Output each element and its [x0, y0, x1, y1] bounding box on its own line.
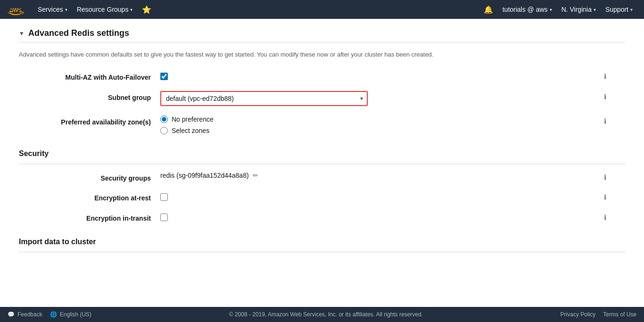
advanced-section-header: ▼ Advanced Redis settings [19, 28, 625, 38]
preferred-az-row: Preferred availability zone(s) No prefer… [19, 116, 625, 134]
multi-az-label: Multi-AZ with Auto-Failover [38, 71, 160, 81]
subnet-group-control: default (vpc-ed72db88) ▾ ℹ [160, 91, 606, 106]
nav-left: Services ▾ Resource Groups ▾ ⭐ [8, 3, 155, 16]
encryption-at-rest-control: ℹ [160, 191, 606, 202]
footer-copyright: © 2008 - 2019, Amazon Web Services, Inc.… [229, 311, 423, 318]
footer-left: 💬 Feedback 🌐 English (US) [8, 311, 91, 318]
multi-az-checkbox[interactable] [160, 73, 168, 80]
user-label: tutorials @ aws [503, 6, 548, 13]
top-navigation: Services ▾ Resource Groups ▾ ⭐ 🔔 tutoria… [0, 0, 644, 19]
feedback-label: Feedback [17, 311, 42, 318]
nav-right: 🔔 tutorials @ aws ▾ N. Virginia ▾ Suppor… [480, 3, 636, 16]
encryption-at-rest-row: Encryption at-rest ℹ [19, 191, 625, 202]
subnet-group-select[interactable]: default (vpc-ed72db88) [160, 91, 368, 106]
support-menu[interactable]: Support ▾ [602, 4, 636, 15]
import-section: Import data to cluster [19, 238, 625, 252]
resource-groups-nav[interactable]: Resource Groups ▾ [73, 4, 137, 15]
region-menu[interactable]: N. Virginia ▾ [558, 4, 600, 15]
advanced-section-description: Advanced settings have common defaults s… [19, 50, 625, 59]
multi-az-inner [160, 71, 598, 82]
bell-icon[interactable]: 🔔 [480, 3, 497, 16]
encryption-in-transit-row: Encryption in-transit ℹ [19, 212, 625, 223]
services-label: Services [38, 6, 63, 13]
radio-no-preference-label: No preference [172, 116, 214, 123]
user-menu[interactable]: tutorials @ aws ▾ [499, 4, 556, 15]
preferred-az-inner: No preference Select zones [160, 116, 598, 134]
subnet-group-label: Subnet group [38, 91, 160, 101]
advanced-section-title: Advanced Redis settings [28, 28, 129, 38]
support-label: Support [605, 6, 628, 13]
encryption-at-rest-label: Encryption at-rest [38, 191, 160, 202]
security-groups-info-icon[interactable]: ℹ [604, 172, 606, 181]
feedback-chat-icon: 💬 [8, 311, 15, 318]
encryption-at-rest-checkbox[interactable] [160, 193, 168, 201]
security-groups-inner: redis (sg-09f9faa152d44a8a8) ✏ [160, 172, 598, 179]
services-chevron: ▾ [65, 7, 67, 12]
main-content: ▼ Advanced Redis settings Advanced setti… [0, 19, 644, 307]
page-footer: 💬 Feedback 🌐 English (US) © 2008 - 2019,… [0, 307, 644, 322]
edit-icon[interactable]: ✏ [253, 172, 258, 179]
subnet-group-select-wrapper: default (vpc-ed72db88) ▾ [160, 91, 368, 106]
multi-az-info-icon[interactable]: ℹ [604, 71, 606, 80]
radio-no-preference[interactable]: No preference [160, 116, 598, 123]
radio-select-zones-label: Select zones [172, 127, 209, 134]
bookmark-nav[interactable]: ⭐ [138, 3, 155, 16]
security-groups-control: redis (sg-09f9faa152d44a8a8) ✏ ℹ [160, 172, 606, 181]
encryption-in-transit-label: Encryption in-transit [38, 212, 160, 222]
services-nav[interactable]: Services ▾ [34, 4, 71, 15]
feedback-link[interactable]: 💬 Feedback [8, 311, 42, 318]
user-chevron: ▾ [550, 7, 552, 12]
privacy-policy-link[interactable]: Privacy Policy [561, 311, 596, 318]
encryption-in-transit-checkbox[interactable] [160, 214, 168, 221]
security-section-title: Security [19, 149, 49, 158]
multi-az-row: Multi-AZ with Auto-Failover ℹ [19, 71, 625, 82]
import-section-divider [19, 252, 625, 252]
security-section: Security Security groups redis (sg-09f9f… [19, 149, 625, 223]
copyright-text: © 2008 - 2019, Amazon Web Services, Inc.… [229, 311, 423, 318]
subnet-group-inner: default (vpc-ed72db88) ▾ [160, 91, 598, 106]
bookmark-icon: ⭐ [142, 6, 151, 14]
encryption-in-transit-info-icon[interactable]: ℹ [604, 212, 606, 221]
security-groups-label: Security groups [38, 172, 160, 182]
preferred-az-control: No preference Select zones ℹ [160, 116, 606, 134]
globe-icon: 🌐 [50, 311, 57, 318]
preferred-az-label: Preferred availability zone(s) [38, 116, 160, 126]
language-link[interactable]: 🌐 English (US) [50, 311, 91, 318]
preferred-az-info-icon[interactable]: ℹ [604, 116, 606, 125]
advanced-section-divider [19, 42, 625, 42]
region-chevron: ▾ [594, 7, 596, 12]
import-section-title: Import data to cluster [19, 238, 96, 246]
resource-groups-chevron: ▾ [130, 7, 132, 12]
aws-logo[interactable] [8, 4, 26, 15]
footer-right: Privacy Policy Terms of Use [561, 311, 636, 318]
encryption-at-rest-info-icon[interactable]: ℹ [604, 191, 606, 201]
import-section-header: Import data to cluster [19, 238, 625, 248]
radio-select-zones-input[interactable] [160, 127, 168, 134]
section-toggle-icon[interactable]: ▼ [19, 30, 25, 37]
preferred-az-radio-group: No preference Select zones [160, 116, 598, 134]
subnet-group-info-icon[interactable]: ℹ [604, 91, 606, 100]
security-groups-row: Security groups redis (sg-09f9faa152d44a… [19, 172, 625, 182]
radio-select-zones[interactable]: Select zones [160, 127, 598, 134]
resource-groups-label: Resource Groups [77, 6, 129, 13]
region-label: N. Virginia [561, 6, 592, 13]
support-chevron: ▾ [630, 7, 633, 12]
encryption-in-transit-control: ℹ [160, 212, 606, 223]
radio-no-preference-input[interactable] [160, 116, 168, 123]
security-groups-text: redis (sg-09f9faa152d44a8a8) [160, 172, 249, 179]
terms-of-use-link[interactable]: Terms of Use [603, 311, 636, 318]
multi-az-control: ℹ [160, 71, 606, 82]
language-label: English (US) [60, 311, 91, 318]
subnet-group-row: Subnet group default (vpc-ed72db88) ▾ ℹ [19, 91, 625, 106]
security-section-divider [19, 164, 625, 164]
security-groups-value: redis (sg-09f9faa152d44a8a8) ✏ [160, 172, 598, 179]
encryption-at-rest-inner [160, 191, 598, 202]
encryption-in-transit-inner [160, 212, 598, 223]
security-section-header: Security [19, 149, 625, 160]
